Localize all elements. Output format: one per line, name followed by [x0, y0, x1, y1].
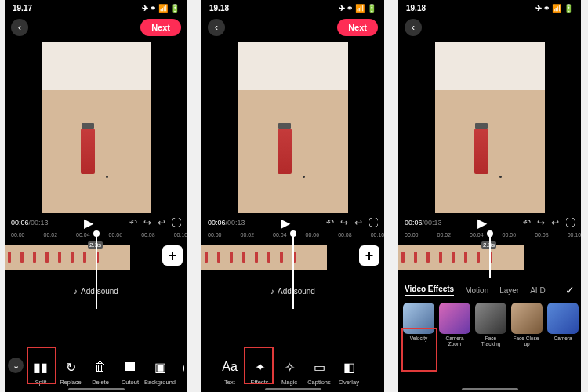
undo-icon[interactable]: ↪ — [340, 217, 348, 228]
status-bar: 19.18 ✈ ⚭ 📶 🔋 — [398, 0, 581, 16]
top-nav: ‹ — [398, 16, 581, 39]
playhead[interactable] — [96, 234, 97, 309]
playback-controls: 00:06/00:13 ▶ ↶ ↪ ↩ ⛶ — [201, 213, 384, 232]
text-icon: Aa — [220, 357, 240, 377]
effect-face-tracking[interactable]: Face Tracking — [475, 303, 506, 347]
fullscreen-icon[interactable]: ⛶ — [172, 217, 181, 228]
effect-camera-zoom[interactable]: Camera Zoom — [439, 303, 470, 347]
tool-magic[interactable]: ✧Magic — [275, 357, 303, 386]
undo-icon[interactable]: ↪ — [537, 217, 545, 228]
play-button[interactable]: ▶ — [477, 216, 487, 230]
playback-controls: 00:06/00:13 ▶ ↶ ↪ ↩ ⛶ — [398, 213, 581, 232]
effects-tabs: Video Effects Motion Layer AI D ✓ — [398, 281, 581, 299]
time-display: 00:06/00:13 — [405, 219, 442, 227]
plus-icon: + — [365, 248, 374, 264]
confirm-button[interactable]: ✓ — [565, 284, 575, 296]
clock: 19.18 — [209, 4, 229, 13]
play-button[interactable]: ▶ — [281, 216, 290, 230]
timeline[interactable]: 2.3s + — [5, 243, 187, 271]
tool-split[interactable]: ▮▮Split — [27, 357, 55, 386]
timeline[interactable]: + — [201, 243, 384, 271]
effects-icon: ✦ — [249, 357, 270, 377]
speed-icon: ◯ — [180, 357, 184, 377]
tool-speed[interactable]: ◯Sp — [176, 357, 184, 386]
video-preview[interactable] — [238, 42, 348, 213]
tool-cutout[interactable]: ⯀Cutout — [116, 357, 144, 386]
playhead[interactable] — [292, 234, 294, 309]
add-clip-button[interactable]: + — [359, 245, 379, 266]
collapse-button[interactable]: ⌄ — [8, 358, 24, 373]
fullscreen-icon[interactable]: ⛶ — [368, 217, 378, 228]
chevron-left-icon: ‹ — [412, 22, 415, 33]
rotate-icon[interactable]: ↶ — [129, 217, 137, 228]
split-icon: ▮▮ — [31, 357, 51, 377]
home-indicator — [462, 388, 518, 390]
tool-effects[interactable]: ✦Effects — [245, 357, 274, 386]
next-button[interactable]: Next — [337, 19, 378, 36]
lighter-object — [474, 129, 488, 174]
timeline[interactable]: 2.3s — [398, 243, 581, 271]
video-preview[interactable] — [435, 42, 545, 213]
status-icons: ✈ ⚭ 📶 🔋 — [339, 4, 376, 13]
screen-1: 19.17 ✈ ⚭ 📶 🔋 ‹ Next 00:06/00:13 ▶ ↶ ↪ ↩… — [5, 0, 187, 392]
effect-face-closeup[interactable]: Face Close-up — [511, 303, 543, 347]
video-preview[interactable] — [42, 42, 151, 213]
playhead[interactable] — [489, 234, 491, 278]
fullscreen-icon[interactable]: ⛶ — [565, 217, 575, 228]
add-clip-button[interactable]: + — [162, 245, 183, 266]
chevron-down-icon: ⌄ — [13, 361, 20, 371]
tool-replace[interactable]: ↻Replace — [56, 357, 85, 386]
back-button[interactable]: ‹ — [405, 19, 422, 36]
redo-icon[interactable]: ↩ — [158, 217, 165, 228]
tool-overlay[interactable]: ◧Overlay — [335, 357, 363, 386]
music-note-icon: ♪ — [270, 287, 274, 296]
redo-icon[interactable]: ↩ — [551, 217, 559, 228]
effect-camera[interactable]: Camera — [547, 303, 579, 347]
background-icon: ▣ — [150, 357, 170, 377]
plus-icon: + — [169, 248, 177, 264]
chevron-left-icon: ‹ — [215, 22, 218, 33]
trash-icon: 🗑 — [90, 357, 111, 377]
back-button[interactable]: ‹ — [208, 19, 225, 36]
top-nav: ‹ Next — [5, 16, 187, 39]
clip-strip[interactable] — [201, 245, 327, 270]
tool-background[interactable]: ▣Background — [146, 357, 174, 386]
tab-motion[interactable]: Motion — [465, 286, 488, 295]
effect-velocity[interactable]: Velocity — [403, 303, 434, 347]
screen-2: 19.18 ✈ ⚭ 📶 🔋 ‹ Next 00:06/00:13 ▶ ↶ ↪ ↩… — [201, 0, 384, 392]
clock: 19.17 — [13, 4, 32, 13]
tool-captions[interactable]: ▭Captions — [305, 357, 333, 386]
play-button[interactable]: ▶ — [84, 216, 93, 230]
back-button[interactable]: ‹ — [11, 19, 28, 36]
rotate-icon[interactable]: ↶ — [326, 217, 334, 228]
magic-icon: ✧ — [279, 357, 299, 377]
cutout-icon: ⯀ — [120, 357, 140, 377]
tool-delete[interactable]: 🗑Delete — [86, 357, 114, 386]
captions-icon: ▭ — [309, 357, 329, 377]
redo-icon[interactable]: ↩ — [354, 217, 362, 228]
lighter-object — [81, 129, 95, 174]
tool-text[interactable]: AaText — [216, 357, 244, 386]
rotate-icon[interactable]: ↶ — [523, 217, 531, 228]
tab-ai[interactable]: AI D — [530, 286, 545, 295]
screen-3: 19.18 ✈ ⚭ 📶 🔋 ‹ 00:06/00:13 ▶ ↶ ↪ ↩ ⛶ 00… — [398, 0, 581, 392]
next-button[interactable]: Next — [140, 19, 181, 36]
status-icons: ✈ ⚭ 📶 🔋 — [142, 4, 180, 13]
tab-layer[interactable]: Layer — [499, 286, 519, 295]
tab-video-effects[interactable]: Video Effects — [405, 285, 454, 296]
status-bar: 19.17 ✈ ⚭ 📶 🔋 — [5, 0, 187, 16]
time-display: 00:06/00:13 — [208, 219, 245, 227]
playback-controls: 00:06/00:13 ▶ ↶ ↪ ↩ ⛶ — [5, 213, 187, 232]
home-indicator — [68, 388, 125, 390]
chevron-left-icon: ‹ — [18, 22, 21, 33]
clip-strip[interactable] — [398, 245, 524, 270]
top-nav: ‹ Next — [201, 16, 384, 39]
clip-strip[interactable] — [5, 245, 130, 270]
status-icons: ✈ ⚭ 📶 🔋 — [535, 4, 573, 13]
status-bar: 19.18 ✈ ⚭ 📶 🔋 — [201, 0, 384, 16]
undo-icon[interactable]: ↪ — [143, 217, 151, 228]
edit-toolbar: ⌄ ▮▮Split ↻Replace 🗑Delete ⯀Cutout ▣Back… — [5, 340, 187, 386]
home-indicator — [265, 388, 321, 390]
edit-toolbar: AaText ✦Effects ✧Magic ▭Captions ◧Overla… — [201, 340, 384, 386]
clock: 19.18 — [406, 4, 426, 13]
